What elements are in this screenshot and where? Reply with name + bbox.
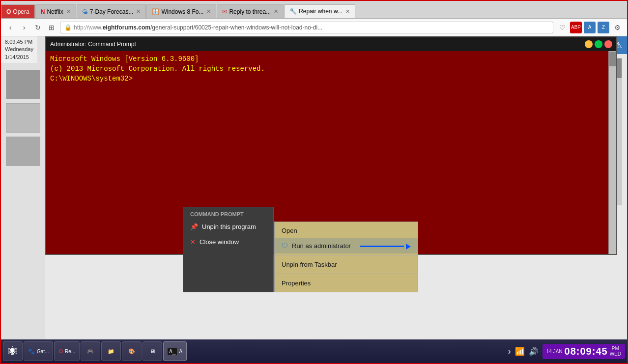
- settings-icon[interactable]: ⚙: [611, 22, 623, 33]
- jump-list-title: Command Prompt: [183, 208, 273, 219]
- cmd-maximize-button[interactable]: [595, 40, 602, 48]
- tab-close-netflix[interactable]: ✕: [66, 8, 71, 15]
- datetime-display: 8:09:45 PM Wednesday 1/14/2015: [1, 36, 37, 63]
- cmd-minimize-button[interactable]: [585, 40, 593, 48]
- netflix-icon: N: [41, 8, 45, 15]
- cmd-line-1: Microsoft Windows [Version 6.3.9600]: [50, 55, 612, 63]
- cmd-titlebar: Administrator: Command Prompt: [46, 37, 616, 51]
- submenu-item-unpin-taskbar[interactable]: Unpin from Taskbar: [275, 257, 418, 272]
- tab-netflix[interactable]: N Netflix ✕: [35, 4, 76, 18]
- cmd-title: Administrator: Command Prompt: [50, 41, 136, 48]
- tab-label-netflix: Netflix: [47, 8, 63, 15]
- jump-list: Command Prompt 📌 Unpin this program ✕ Cl…: [183, 207, 274, 292]
- ext-icon-1[interactable]: A: [584, 22, 596, 33]
- url-input[interactable]: 🔒 http://www.eightforums.com/general-sup…: [60, 22, 553, 33]
- cmd-scrollbar[interactable]: [608, 51, 616, 254]
- reload-button[interactable]: ↻: [32, 22, 43, 33]
- cmd-controls: [585, 40, 612, 48]
- clock-time-display: 08:09:45: [565, 346, 608, 357]
- context-menu-container: Command Prompt 📌 Unpin this program ✕ Cl…: [183, 207, 418, 292]
- volume-icon[interactable]: 🔊: [529, 347, 539, 356]
- tab-label-opera: Opera: [13, 8, 29, 15]
- weather-icon: 🌤: [82, 8, 88, 15]
- tab-label-reply: Reply to threa...: [229, 8, 271, 15]
- taskbar-spider[interactable]: 🕷: [3, 341, 23, 361]
- page-inner-layout: 👤 My System Specs ▾ 👍 ⚠ 💬 Quote: [1, 36, 627, 341]
- windows-icon: 🪟: [152, 8, 159, 15]
- url-domain: eightforums.com: [103, 24, 150, 31]
- browser-window: O Opera N Netflix ✕ 🌤 7-Day Forecas... ✕…: [0, 0, 628, 364]
- tab-close-reply[interactable]: ✕: [274, 8, 278, 15]
- thumbnail-3: [6, 137, 40, 166]
- tab-close-weather[interactable]: ✕: [136, 8, 141, 15]
- taskbar-clock[interactable]: 14 JAN 08:09:45 PM WED: [542, 344, 625, 359]
- date-display: 1/14/2015: [5, 54, 33, 61]
- folder-icon: 📁: [108, 348, 114, 355]
- back-button[interactable]: ‹: [5, 22, 16, 33]
- cmd-line-2: (c) 2013 Microsoft Corporation. All righ…: [50, 65, 612, 73]
- shield-icon: 🛡: [282, 242, 288, 250]
- tab-close-windows8[interactable]: ✕: [206, 8, 211, 15]
- cmd-icon: A_: [168, 348, 177, 355]
- submenu-divider-2: [275, 274, 418, 274]
- sidebar-thumbnails: [1, 36, 45, 341]
- arrow-line: [360, 246, 404, 247]
- main-content: 👤 My System Specs ▾ 👍 ⚠ 💬 Quote: [45, 36, 627, 341]
- clock-ampm-day: PM WED: [610, 346, 621, 357]
- taskbar-item-cmd[interactable]: A_ A: [163, 341, 187, 361]
- spider-icon: 🕷: [8, 346, 18, 357]
- page-area: 8:09:45 PM Wednesday 1/14/2015 👤 My Sy: [1, 36, 627, 341]
- cmd-line-3: C:\WINDOWS\system32>: [50, 75, 612, 83]
- day-display: Wednesday: [5, 46, 33, 53]
- cmd-close-button[interactable]: [604, 40, 612, 48]
- submenu-item-run-admin[interactable]: 🛡 Run as administrator: [275, 238, 418, 253]
- tab-windows8[interactable]: 🪟 Windows 8 Fo... ✕: [146, 4, 216, 18]
- bookmark-icon[interactable]: ♡: [556, 22, 568, 33]
- toolbar-icons: ♡ ABP A Z ⚙: [556, 22, 623, 33]
- clock-date-display: 14 JAN: [546, 348, 563, 355]
- close-window-icon: ✕: [190, 238, 196, 246]
- mail-icon: ✉: [222, 8, 227, 15]
- tab-label-windows8: Windows 8 Fo...: [161, 8, 203, 15]
- opera-taskbar-icon: O: [58, 348, 63, 354]
- vs-icon: 🖥: [150, 348, 155, 354]
- thumbnail-2: [6, 103, 40, 133]
- tab-close-repair[interactable]: ✕: [345, 8, 350, 15]
- tab-reply[interactable]: ✉ Reply to threa... ✕: [217, 4, 284, 18]
- jump-list-item-close[interactable]: ✕ Close window: [183, 234, 273, 250]
- submenu-item-properties[interactable]: Properties: [275, 276, 418, 291]
- time-display: 8:09:45 PM: [5, 38, 33, 46]
- taskbar-item-paint[interactable]: 🎨: [122, 341, 142, 361]
- taskbar-item-visual-studio[interactable]: 🖥: [143, 341, 162, 361]
- jump-list-item-unpin[interactable]: 📌 Unpin this program: [183, 219, 273, 234]
- url-http: http://www.: [74, 24, 103, 31]
- paint-icon: 🎨: [128, 348, 135, 355]
- arrow-head: [406, 244, 411, 250]
- home-button[interactable]: ⊞: [46, 22, 57, 33]
- submenu-divider: [275, 255, 418, 255]
- address-bar: ‹ › ↻ ⊞ 🔒 http://www.eightforums.com/gen…: [1, 19, 627, 36]
- taskbar-item-opera[interactable]: O Re...: [54, 341, 80, 361]
- ext-icon-2[interactable]: Z: [598, 22, 609, 33]
- opera-icon: O: [6, 8, 11, 15]
- tab-opera[interactable]: O Opera: [1, 4, 35, 18]
- network-icon[interactable]: 📶: [515, 347, 525, 356]
- taskbar-item-gateways[interactable]: 🐾 Gat...: [24, 341, 53, 361]
- tab-repair[interactable]: 🔧 Repair when w... ✕: [284, 4, 355, 18]
- thumbnail-1: [6, 70, 40, 99]
- taskbar-chevron[interactable]: ›: [508, 346, 511, 357]
- game-icon: 🎮: [87, 348, 94, 355]
- cmd-scrollbar-thumb[interactable]: [609, 52, 616, 66]
- forward-button[interactable]: ›: [19, 22, 29, 33]
- adblock-icon[interactable]: ABP: [570, 22, 582, 33]
- taskbar-item-game[interactable]: 🎮: [81, 341, 100, 361]
- tab-weather[interactable]: 🌤 7-Day Forecas... ✕: [77, 4, 146, 18]
- arrow-container: [360, 242, 411, 250]
- submenu-item-open[interactable]: Open: [275, 223, 418, 238]
- tab-label-weather: 7-Day Forecas...: [90, 8, 134, 15]
- taskbar-right: › 📶 🔊 14 JAN 08:09:45 PM WED: [508, 344, 625, 359]
- taskbar-item-folder[interactable]: 📁: [101, 341, 121, 361]
- submenu: Open 🛡 Run as administrator Unpin from T…: [274, 222, 418, 292]
- url-lock-icon: 🔒: [64, 24, 72, 31]
- repair-icon: 🔧: [289, 8, 297, 15]
